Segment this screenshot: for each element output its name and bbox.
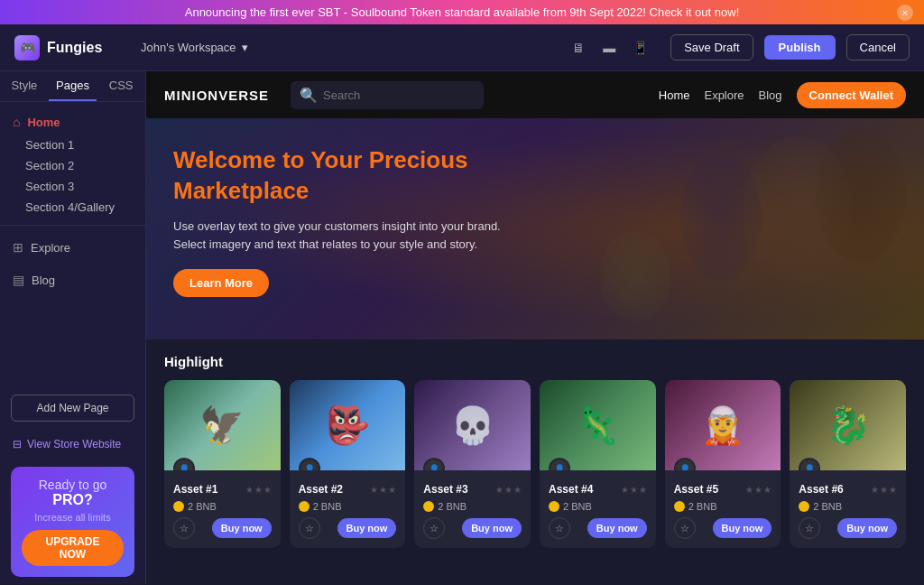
- asset-name-6: Asset #6: [799, 483, 843, 496]
- device-icons: 🖥 ▬ 📱: [566, 35, 652, 60]
- favorite-button-1[interactable]: ☆: [173, 517, 195, 539]
- logo-area: 🎮 Fungies: [14, 35, 123, 60]
- hero-section: Welcome to Your Precious Marketplace Use…: [146, 118, 924, 339]
- announcement-bar: Announcing the first ever SBT - Soulboun…: [0, 0, 924, 24]
- upgrade-button[interactable]: UPGRADE NOW: [22, 530, 124, 566]
- asset-card-6: 🐉 👤 Asset #6 ★★★: [790, 380, 906, 548]
- sidebar-item-section3[interactable]: Section 3: [0, 176, 145, 197]
- asset-card-5: 🧝 👤 Asset #5 ★★★: [665, 380, 781, 548]
- card-actions-6: ☆ Buy now: [799, 517, 897, 539]
- asset-name-2: Asset #2: [299, 483, 343, 496]
- buy-now-button-6[interactable]: Buy now: [837, 518, 897, 538]
- star-rating-4: ★★★: [621, 485, 647, 495]
- preview-nav-blog[interactable]: Blog: [759, 88, 782, 102]
- blog-icon: ▤: [13, 273, 24, 287]
- asset-price-2: 2 BNB: [299, 501, 342, 512]
- highlight-title: Highlight: [164, 354, 906, 369]
- asset-name-4: Asset #4: [549, 483, 593, 496]
- bnb-icon: [173, 501, 184, 512]
- asset-price-6: 2 BNB: [799, 501, 842, 512]
- tablet-icon[interactable]: ▬: [596, 35, 622, 60]
- workspace-selector[interactable]: John's Workspace ▾: [134, 37, 255, 58]
- favorite-button-6[interactable]: ☆: [799, 517, 820, 539]
- favorite-button-4[interactable]: ☆: [549, 517, 570, 539]
- publish-button[interactable]: Publish: [764, 35, 836, 60]
- save-draft-button[interactable]: Save Draft: [670, 34, 753, 60]
- pro-ready-text: Ready to go: [22, 478, 124, 492]
- asset-image-5: 🧝 👤: [665, 380, 781, 470]
- preview-nav-links: Home Explore Blog: [659, 88, 782, 102]
- cancel-button[interactable]: Cancel: [846, 34, 910, 60]
- tab-css[interactable]: CSS: [97, 71, 145, 101]
- asset-price-1: 2 BNB: [173, 501, 217, 512]
- preview-nav-home[interactable]: Home: [659, 88, 690, 102]
- sidebar-nav: ⌂ Home Section 1 Section 2 Section 3 Sec…: [0, 102, 145, 387]
- hero-character-4: [599, 231, 671, 321]
- asset-image-1: 🦅 👤: [164, 380, 281, 470]
- asset-image-6: 🐉 👤: [790, 380, 906, 470]
- bnb-icon-6: [799, 501, 809, 512]
- sidebar-tabs: Style Pages CSS: [0, 71, 145, 102]
- favorite-button-2[interactable]: ☆: [299, 517, 320, 539]
- sidebar-item-section1[interactable]: Section 1: [0, 135, 145, 155]
- logo-text: Fungies: [47, 40, 102, 56]
- buy-now-button-2[interactable]: Buy now: [337, 518, 397, 538]
- card-actions-3: ☆ Buy now: [423, 517, 522, 539]
- asset-card-4: 🦎 👤 Asset #4 ★★★: [540, 380, 656, 548]
- mobile-icon[interactable]: 📱: [627, 35, 652, 60]
- sidebar-item-blog[interactable]: ▤ Blog: [0, 265, 145, 294]
- tab-style[interactable]: Style: [0, 71, 49, 101]
- content-area: MINIONVERSE 🔍 Home Explore Blog Connect …: [146, 71, 924, 584]
- announcement-close-button[interactable]: ×: [897, 5, 913, 21]
- hero-title: Welcome to Your Precious Marketplace: [173, 145, 516, 207]
- asset-image-3: 💀 👤: [414, 380, 531, 470]
- search-input[interactable]: [323, 88, 475, 102]
- sidebar-item-section2[interactable]: Section 2: [0, 155, 145, 176]
- home-icon: ⌂: [13, 115, 20, 129]
- card-actions-1: ☆ Buy now: [173, 517, 272, 539]
- hero-character-3: [816, 127, 906, 263]
- star-rating-5: ★★★: [745, 485, 772, 495]
- asset-card-1: 🦅 👤 Asset #1 ★★★: [164, 380, 281, 548]
- asset-name-3: Asset #3: [423, 483, 467, 496]
- view-store-button[interactable]: ⊟ View Store Website: [0, 432, 145, 456]
- buy-now-button-5[interactable]: Buy now: [713, 518, 772, 538]
- asset-name-1: Asset #1: [173, 483, 217, 496]
- pro-desc: Increase all limits: [22, 512, 124, 523]
- hero-description: Use overlay text to give your customers …: [173, 218, 516, 255]
- highlight-section: Highlight 🦅 👤 Asset #1 ★★★: [146, 339, 924, 584]
- favorite-button-5[interactable]: ☆: [674, 517, 696, 539]
- preview-site-name: MINIONVERSE: [164, 88, 291, 103]
- toolbar: 🎮 Fungies John's Workspace ▾ 🖥 ▬ 📱 Save …: [0, 24, 924, 71]
- preview-nav-explore[interactable]: Explore: [704, 88, 744, 102]
- asset-card-2: 👺 👤 Asset #2 ★★★: [290, 380, 406, 548]
- sidebar-item-explore[interactable]: ⊞ Explore: [0, 233, 145, 262]
- bnb-icon-3: [423, 501, 434, 512]
- sidebar-item-home[interactable]: ⌂ Home: [0, 109, 145, 135]
- pro-card: Ready to go PRO? Increase all limits UPG…: [11, 467, 134, 577]
- bnb-icon-5: [674, 501, 685, 512]
- preview-navbar: MINIONVERSE 🔍 Home Explore Blog Connect …: [146, 71, 924, 118]
- connect-wallet-button[interactable]: Connect Wallet: [797, 82, 906, 108]
- favorite-button-3[interactable]: ☆: [423, 517, 445, 539]
- sidebar: Style Pages CSS ⌂ Home Section 1 Section…: [0, 71, 146, 584]
- hero-character-2: [680, 154, 762, 281]
- star-rating-2: ★★★: [370, 485, 396, 495]
- star-rating-6: ★★★: [871, 485, 897, 495]
- cards-grid: 🦅 👤 Asset #1 ★★★: [164, 380, 906, 548]
- buy-now-button-3[interactable]: Buy now: [462, 518, 522, 538]
- asset-image-2: 👺 👤: [290, 380, 406, 470]
- tab-pages[interactable]: Pages: [49, 71, 97, 101]
- logo-icon: 🎮: [14, 35, 40, 60]
- add-page-button[interactable]: Add New Page: [11, 395, 134, 422]
- card-actions-5: ☆ Buy now: [674, 517, 772, 539]
- buy-now-button-4[interactable]: Buy now: [587, 518, 647, 538]
- learn-more-button[interactable]: Learn More: [173, 269, 269, 297]
- announcement-text: Announcing the first ever SBT - Soulboun…: [185, 5, 740, 19]
- search-bar[interactable]: 🔍: [291, 81, 484, 109]
- sidebar-divider: [0, 225, 145, 226]
- asset-price-5: 2 BNB: [674, 501, 717, 512]
- desktop-icon[interactable]: 🖥: [566, 35, 591, 60]
- sidebar-item-section4[interactable]: Section 4/Gallery: [0, 197, 145, 218]
- buy-now-button-1[interactable]: Buy now: [212, 518, 272, 538]
